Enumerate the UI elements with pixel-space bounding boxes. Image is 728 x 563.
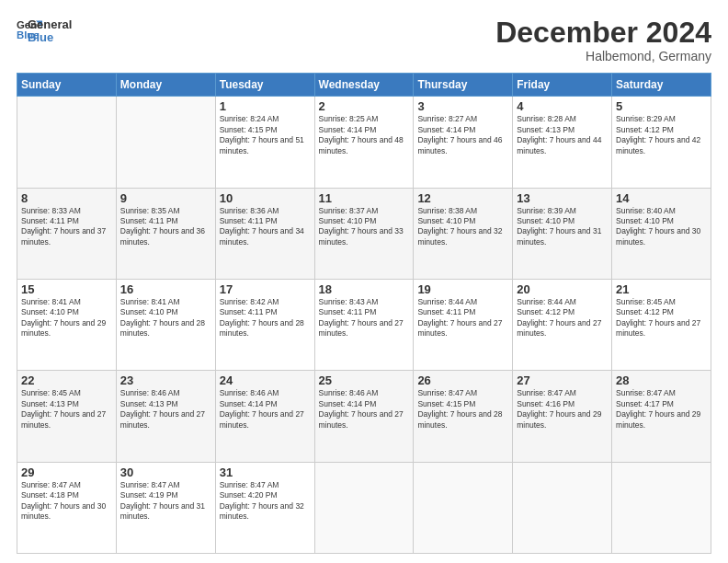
calendar-week-0: 1 Sunrise: 8:24 AMSunset: 4:15 PMDayligh… (17, 97, 711, 188)
table-row: 16 Sunrise: 8:41 AMSunset: 4:10 PMDaylig… (116, 279, 215, 370)
cell-content: Sunrise: 8:28 AMSunset: 4:13 PMDaylight:… (517, 114, 608, 156)
table-row: 18 Sunrise: 8:43 AMSunset: 4:11 PMDaylig… (314, 279, 414, 370)
cell-content: Sunrise: 8:38 AMSunset: 4:10 PMDaylight:… (417, 206, 508, 248)
cell-content: Sunrise: 8:27 AMSunset: 4:14 PMDaylight:… (417, 114, 508, 156)
cell-content: Sunrise: 8:37 AMSunset: 4:10 PMDaylight:… (319, 206, 410, 248)
day-number: 12 (417, 191, 508, 205)
logo-line1: General (28, 18, 72, 31)
calendar-title: December 2024 (495, 17, 711, 49)
table-row: 22 Sunrise: 8:45 AMSunset: 4:13 PMDaylig… (17, 371, 117, 462)
day-number: 8 (21, 191, 112, 205)
table-row: 14 Sunrise: 8:40 AMSunset: 4:10 PMDaylig… (612, 188, 711, 279)
logo-line2: Blue (28, 31, 72, 44)
cell-content: Sunrise: 8:45 AMSunset: 4:13 PMDaylight:… (21, 388, 112, 431)
day-number: 29 (21, 465, 112, 479)
table-row: 31 Sunrise: 8:47 AMSunset: 4:20 PMDaylig… (215, 462, 314, 553)
day-number: 1 (220, 99, 311, 113)
cell-content: Sunrise: 8:25 AMSunset: 4:14 PMDaylight:… (319, 114, 410, 156)
day-number: 27 (517, 373, 608, 387)
table-row: 25 Sunrise: 8:46 AMSunset: 4:14 PMDaylig… (314, 371, 414, 462)
table-row: 19 Sunrise: 8:44 AMSunset: 4:11 PMDaylig… (414, 279, 513, 370)
cell-content: Sunrise: 8:47 AMSunset: 4:18 PMDaylight:… (21, 480, 112, 523)
table-row: 29 Sunrise: 8:47 AMSunset: 4:18 PMDaylig… (17, 462, 117, 553)
cell-content: Sunrise: 8:47 AMSunset: 4:17 PMDaylight:… (616, 388, 707, 431)
header-sunday: Sunday (17, 74, 117, 97)
cell-content: Sunrise: 8:47 AMSunset: 4:15 PMDaylight:… (417, 388, 508, 431)
table-row: 2 Sunrise: 8:25 AMSunset: 4:14 PMDayligh… (314, 97, 414, 188)
logo: General Blue General Blue (17, 17, 72, 45)
day-number: 10 (220, 191, 311, 205)
header-tuesday: Tuesday (215, 74, 314, 97)
table-row: 13 Sunrise: 8:39 AMSunset: 4:10 PMDaylig… (513, 188, 612, 279)
cell-content: Sunrise: 8:47 AMSunset: 4:20 PMDaylight:… (220, 480, 311, 523)
header-saturday: Saturday (612, 74, 711, 97)
table-row: 23 Sunrise: 8:46 AMSunset: 4:13 PMDaylig… (116, 371, 215, 462)
table-row: 27 Sunrise: 8:47 AMSunset: 4:16 PMDaylig… (513, 371, 612, 462)
table-row: 15 Sunrise: 8:41 AMSunset: 4:10 PMDaylig… (17, 279, 117, 370)
day-number: 21 (616, 282, 707, 296)
day-number: 5 (616, 99, 707, 113)
cell-content: Sunrise: 8:33 AMSunset: 4:11 PMDaylight:… (21, 206, 112, 248)
day-number: 26 (417, 373, 508, 387)
table-row: 5 Sunrise: 8:29 AMSunset: 4:12 PMDayligh… (612, 97, 711, 188)
cell-content: Sunrise: 8:40 AMSunset: 4:10 PMDaylight:… (616, 206, 707, 248)
table-row: 9 Sunrise: 8:35 AMSunset: 4:11 PMDayligh… (116, 188, 215, 279)
table-row: 8 Sunrise: 8:33 AMSunset: 4:11 PMDayligh… (17, 188, 117, 279)
table-row: 11 Sunrise: 8:37 AMSunset: 4:10 PMDaylig… (314, 188, 414, 279)
table-row: 28 Sunrise: 8:47 AMSunset: 4:17 PMDaylig… (612, 371, 711, 462)
page-header: General Blue General Blue December 2024 … (17, 17, 711, 63)
day-number: 23 (120, 373, 211, 387)
day-number: 22 (21, 373, 112, 387)
cell-content: Sunrise: 8:47 AMSunset: 4:16 PMDaylight:… (517, 388, 608, 431)
cell-content: Sunrise: 8:46 AMSunset: 4:14 PMDaylight:… (220, 388, 311, 431)
table-row (314, 462, 414, 553)
day-number: 19 (417, 282, 508, 296)
calendar-week-4: 29 Sunrise: 8:47 AMSunset: 4:18 PMDaylig… (17, 462, 711, 553)
cell-content: Sunrise: 8:47 AMSunset: 4:19 PMDaylight:… (120, 480, 211, 523)
calendar-week-3: 22 Sunrise: 8:45 AMSunset: 4:13 PMDaylig… (17, 371, 711, 462)
cell-content: Sunrise: 8:44 AMSunset: 4:11 PMDaylight:… (417, 297, 508, 339)
table-row (612, 462, 711, 553)
cell-content: Sunrise: 8:24 AMSunset: 4:15 PMDaylight:… (220, 114, 311, 156)
header-wednesday: Wednesday (314, 74, 414, 97)
day-number: 20 (517, 282, 608, 296)
table-row: 10 Sunrise: 8:36 AMSunset: 4:11 PMDaylig… (215, 188, 314, 279)
calendar-header: Sunday Monday Tuesday Wednesday Thursday… (17, 74, 711, 97)
table-row: 3 Sunrise: 8:27 AMSunset: 4:14 PMDayligh… (414, 97, 513, 188)
cell-content: Sunrise: 8:44 AMSunset: 4:12 PMDaylight:… (517, 297, 608, 339)
table-row: 30 Sunrise: 8:47 AMSunset: 4:19 PMDaylig… (116, 462, 215, 553)
table-row: 20 Sunrise: 8:44 AMSunset: 4:12 PMDaylig… (513, 279, 612, 370)
cell-content: Sunrise: 8:46 AMSunset: 4:13 PMDaylight:… (120, 388, 211, 431)
cell-content: Sunrise: 8:45 AMSunset: 4:12 PMDaylight:… (616, 297, 707, 339)
day-number: 2 (319, 99, 410, 113)
cell-content: Sunrise: 8:29 AMSunset: 4:12 PMDaylight:… (616, 114, 707, 156)
table-row: 17 Sunrise: 8:42 AMSunset: 4:11 PMDaylig… (215, 279, 314, 370)
calendar-table: Sunday Monday Tuesday Wednesday Thursday… (17, 73, 711, 554)
day-number: 15 (21, 282, 112, 296)
cell-content: Sunrise: 8:42 AMSunset: 4:11 PMDaylight:… (220, 297, 311, 339)
header-row: Sunday Monday Tuesday Wednesday Thursday… (17, 74, 711, 97)
header-monday: Monday (116, 74, 215, 97)
table-row (116, 97, 215, 188)
cell-content: Sunrise: 8:46 AMSunset: 4:14 PMDaylight:… (319, 388, 410, 431)
title-block: December 2024 Halbemond, Germany (495, 17, 711, 63)
table-row: 12 Sunrise: 8:38 AMSunset: 4:10 PMDaylig… (414, 188, 513, 279)
cell-content: Sunrise: 8:36 AMSunset: 4:11 PMDaylight:… (220, 206, 311, 248)
day-number: 11 (319, 191, 410, 205)
day-number: 3 (417, 99, 508, 113)
calendar-week-2: 15 Sunrise: 8:41 AMSunset: 4:10 PMDaylig… (17, 279, 711, 370)
header-thursday: Thursday (414, 74, 513, 97)
table-row: 26 Sunrise: 8:47 AMSunset: 4:15 PMDaylig… (414, 371, 513, 462)
table-row (17, 97, 117, 188)
cell-content: Sunrise: 8:41 AMSunset: 4:10 PMDaylight:… (120, 297, 211, 339)
day-number: 24 (220, 373, 311, 387)
day-number: 18 (319, 282, 410, 296)
day-number: 16 (120, 282, 211, 296)
day-number: 4 (517, 99, 608, 113)
calendar-page: General Blue General Blue December 2024 … (0, 0, 728, 563)
day-number: 25 (319, 373, 410, 387)
table-row: 4 Sunrise: 8:28 AMSunset: 4:13 PMDayligh… (513, 97, 612, 188)
cell-content: Sunrise: 8:39 AMSunset: 4:10 PMDaylight:… (517, 206, 608, 248)
calendar-body: 1 Sunrise: 8:24 AMSunset: 4:15 PMDayligh… (17, 97, 711, 554)
day-number: 28 (616, 373, 707, 387)
